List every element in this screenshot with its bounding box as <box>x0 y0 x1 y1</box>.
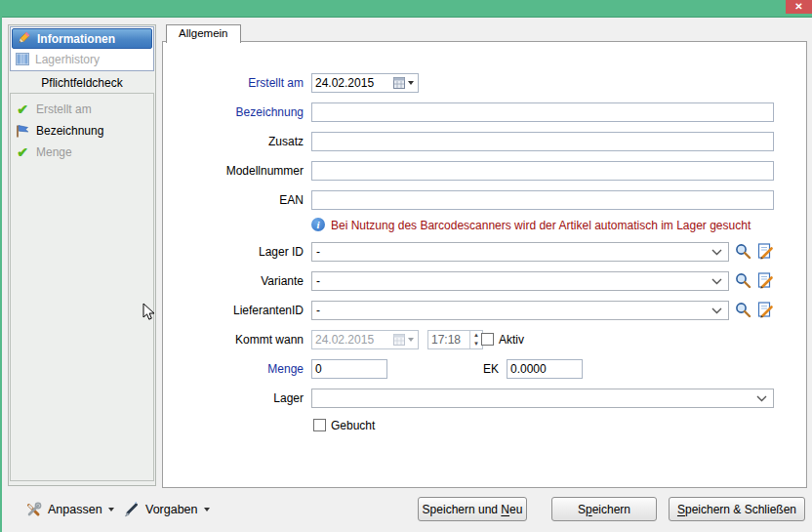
check-icon: ✔ <box>15 102 30 117</box>
anpassen-label: Anpassen <box>48 503 102 516</box>
mouse-cursor <box>142 303 155 321</box>
pencil-icon <box>17 31 31 46</box>
close-button[interactable]: ✕ <box>786 0 812 14</box>
erstellt-am-label: Erstellt am <box>163 73 304 93</box>
ek-input[interactable] <box>507 359 583 379</box>
kommt-wann-time-spinner[interactable]: 17:18 ▲ ▼ <box>427 330 483 349</box>
barcode-hint-text: Bei Nutzung des Barcodescanners wird der… <box>331 219 751 232</box>
button-label-part: Speichern und <box>423 503 502 516</box>
chevron-down-icon <box>711 307 722 314</box>
flag-icon <box>15 123 30 139</box>
info-icon: i <box>311 218 325 231</box>
button-mnemonic: p <box>586 503 592 516</box>
form-panel: Erstellt am 24.02.2015 Bezeichnung Zusat… <box>162 41 807 488</box>
check-item-label: Bezeichnung <box>36 124 103 138</box>
zusatz-label: Zusatz <box>163 132 304 151</box>
aktiv-checkbox[interactable] <box>481 333 494 346</box>
search-icon[interactable] <box>735 302 751 318</box>
anpassen-button[interactable]: Anpassen <box>25 499 114 520</box>
window: ✕ Informationen <box>0 0 812 532</box>
pen-icon <box>123 502 140 518</box>
lager-id-value: - <box>316 245 320 259</box>
speichern-und-neu-button[interactable]: Speichern und Neu <box>418 497 527 521</box>
ean-label: EAN <box>163 190 304 210</box>
edit-icon[interactable] <box>757 272 774 289</box>
gebucht-checkbox[interactable] <box>313 419 326 431</box>
chevron-down-icon <box>756 395 767 402</box>
variante-select[interactable]: - <box>311 271 729 291</box>
variante-label: Variante <box>163 271 304 291</box>
chevron-down-icon <box>108 508 114 512</box>
button-label-part: eichern <box>592 503 630 516</box>
zusatz-input[interactable] <box>311 132 774 151</box>
sidebar-item-informationen[interactable]: Informationen <box>12 28 152 49</box>
bezeichnung-label: Bezeichnung <box>163 102 304 122</box>
speichern-und-schliessen-button[interactable]: Speichern & Schließen <box>669 497 805 521</box>
ek-label: EK <box>358 359 499 379</box>
window-border <box>0 0 2 532</box>
variante-value: - <box>316 274 320 288</box>
sidebar: Informationen Lagerhistory Pflichtfeldch… <box>8 24 156 486</box>
bezeichnung-input[interactable] <box>311 102 774 122</box>
titlebar[interactable] <box>0 0 812 18</box>
button-mnemonic: N <box>501 503 509 516</box>
lieferanten-id-select[interactable]: - <box>311 301 729 320</box>
lager-id-label: Lager ID <box>163 242 304 262</box>
chevron-down-icon[interactable] <box>408 81 414 85</box>
chevron-down-icon <box>408 338 414 342</box>
check-icon: ✔ <box>15 144 30 160</box>
check-item-erstellt-am: ✔ Erstellt am <box>15 99 149 120</box>
calendar-icon[interactable] <box>393 77 405 89</box>
ean-input[interactable] <box>311 190 774 210</box>
erstellt-am-datepicker[interactable]: 24.02.2015 <box>311 73 419 93</box>
lager-label: Lager <box>163 389 304 408</box>
sidebar-item-lagerhistory[interactable]: Lagerhistory <box>12 49 152 69</box>
table-icon <box>16 53 29 65</box>
kommt-wann-date-value: 24.02.2015 <box>315 333 374 347</box>
button-label-part: eu <box>509 503 522 516</box>
modellnummer-input[interactable] <box>311 161 774 181</box>
button-label-part: peichern & Schließen <box>685 503 796 516</box>
chevron-down-icon <box>711 278 722 285</box>
edit-icon[interactable] <box>757 302 774 318</box>
lieferanten-id-value: - <box>316 304 320 317</box>
kommt-wann-label: Kommt wann <box>163 330 304 349</box>
erstellt-am-value: 24.02.2015 <box>315 76 374 90</box>
edit-icon[interactable] <box>757 243 774 260</box>
tools-icon <box>25 502 42 518</box>
search-icon[interactable] <box>735 272 751 289</box>
lager-id-select[interactable]: - <box>311 242 729 262</box>
pflichtfeldcheck-header: Pflichtfeldcheck <box>9 72 155 93</box>
tab-allgemein[interactable]: Allgemein <box>166 24 241 43</box>
sidebar-item-label: Informationen <box>37 32 115 46</box>
kommt-wann-datepicker: 24.02.2015 <box>311 330 419 349</box>
check-item-bezeichnung: Bezeichnung <box>15 120 149 142</box>
check-item-label: Menge <box>36 145 72 159</box>
search-icon[interactable] <box>735 243 751 260</box>
speichern-button[interactable]: Speichern <box>551 497 657 521</box>
check-item-label: Erstellt am <box>36 102 92 116</box>
chevron-down-icon <box>711 249 722 256</box>
lieferanten-id-label: LieferantenID <box>163 301 304 320</box>
calendar-icon <box>393 334 405 346</box>
menge-label: Menge <box>163 359 304 379</box>
button-mnemonic: S <box>677 503 685 516</box>
sidebar-nav-list: Informationen Lagerhistory <box>10 26 154 71</box>
vorgaben-label: Vorgaben <box>145 503 198 516</box>
vorgaben-button[interactable]: Vorgaben <box>123 499 210 520</box>
chevron-down-icon <box>204 508 210 512</box>
lager-select[interactable] <box>311 389 774 408</box>
modellnummer-label: Modellnummer <box>163 161 304 181</box>
kommt-wann-time-value: 17:18 <box>428 333 469 347</box>
aktiv-label: Aktiv <box>499 333 524 347</box>
button-label-part: S <box>578 503 586 516</box>
sidebar-item-label: Lagerhistory <box>35 53 100 66</box>
gebucht-label: Gebucht <box>331 419 375 432</box>
check-item-menge: ✔ Menge <box>15 142 149 163</box>
pflichtfeldcheck-list: ✔ Erstellt am Bezeichnung ✔ Menge <box>10 93 154 481</box>
